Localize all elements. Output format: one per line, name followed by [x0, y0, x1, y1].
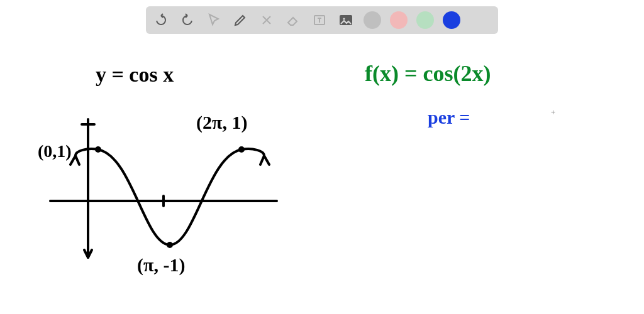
swatch-pink[interactable]: [390, 11, 408, 29]
undo-icon[interactable]: [152, 11, 170, 29]
equation-left: y = cos x: [96, 63, 174, 87]
pencil-icon[interactable]: [231, 11, 249, 29]
pointer-icon[interactable]: [205, 11, 223, 29]
point-label-origin: (0,1): [38, 141, 72, 161]
toolbar: [146, 6, 498, 34]
image-icon[interactable]: [337, 11, 355, 29]
redo-icon[interactable]: [179, 11, 196, 29]
eraser-icon[interactable]: [284, 11, 302, 29]
svg-point-4: [167, 242, 173, 248]
text-box-icon[interactable]: [311, 11, 328, 29]
swatch-green[interactable]: [416, 11, 434, 29]
equation-right: f(x) = cos(2x): [365, 60, 491, 87]
point-label-pi: (π, -1): [137, 254, 185, 276]
svg-point-5: [238, 146, 245, 153]
tools-icon[interactable]: [258, 11, 275, 29]
cursor-indicator: +: [551, 108, 555, 117]
svg-point-3: [95, 146, 101, 153]
swatch-blue[interactable]: [443, 11, 460, 29]
period-label: per =: [428, 107, 470, 128]
swatch-gray[interactable]: [364, 11, 381, 29]
svg-point-2: [343, 18, 345, 19]
point-label-2pi: (2π, 1): [196, 112, 247, 133]
